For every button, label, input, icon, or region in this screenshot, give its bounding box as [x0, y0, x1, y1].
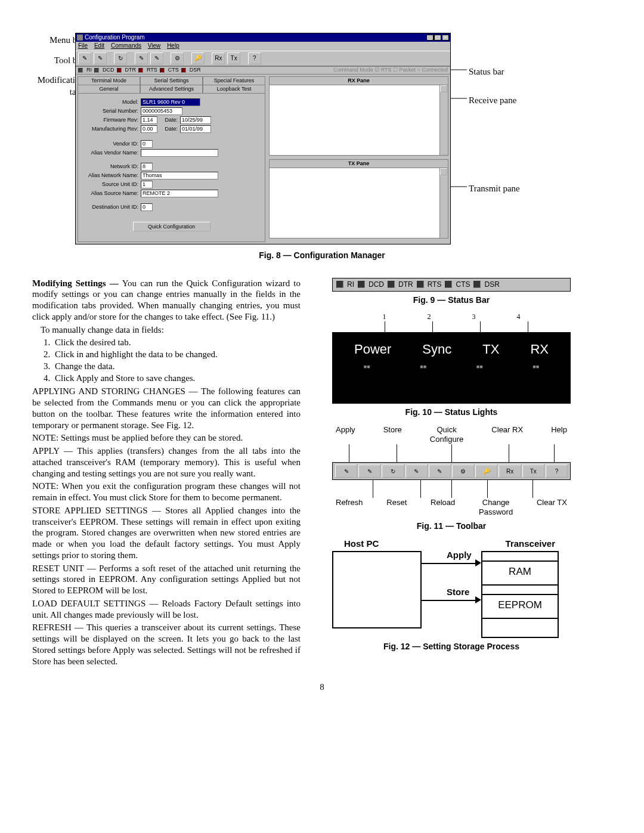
- tb11-help-icon[interactable]: ?: [546, 465, 568, 478]
- led-dtr-icon: [117, 68, 122, 73]
- fig10-tx: TX: [482, 341, 499, 358]
- fig10-led-3-icon: ■■: [476, 364, 483, 370]
- tb11-store-icon[interactable]: ✎: [358, 465, 380, 478]
- tb-store-icon[interactable]: ✎: [94, 52, 107, 64]
- label-receive-pane: Receive pane: [469, 95, 516, 106]
- tb-cleartx-icon[interactable]: Tx: [227, 52, 240, 64]
- tb-reload-icon[interactable]: ✎: [150, 52, 163, 64]
- fig8-caption: Fig. 8 — Configuration Manager: [32, 250, 612, 261]
- fig11-bot-changepw: Change Password: [479, 498, 513, 518]
- avn-field[interactable]: [141, 149, 218, 157]
- fig10-power: Power: [354, 341, 391, 358]
- paragraph-note2: NOTE: When you exit the configuration pr…: [32, 481, 301, 503]
- fig12-trans-label: Transceiver: [506, 538, 555, 550]
- vendor-field[interactable]: 0: [141, 140, 153, 148]
- tb-refresh-icon[interactable]: ↻: [114, 52, 127, 64]
- tb11-reset-icon[interactable]: ✎: [405, 465, 428, 478]
- paragraph-store: STORE APPLIED SETTINGS — Stores all Appl…: [32, 505, 301, 561]
- tb-apply-icon[interactable]: ✎: [78, 52, 91, 64]
- mfg-field[interactable]: 0.00: [141, 125, 157, 133]
- fig12-apply-label: Apply: [445, 550, 473, 561]
- menu-view[interactable]: View: [148, 42, 161, 49]
- tab-loopback-test[interactable]: Loopback Test: [203, 85, 265, 93]
- tb11-quickcfg-icon[interactable]: ⚙: [452, 465, 474, 478]
- menu-help[interactable]: Help: [167, 42, 179, 49]
- tab-general[interactable]: General: [78, 85, 140, 93]
- minimize-button[interactable]: _: [426, 35, 434, 41]
- menu-commands[interactable]: Commands: [111, 42, 141, 49]
- fig10-rx: RX: [530, 341, 549, 358]
- menu-edit[interactable]: Edit: [94, 42, 104, 49]
- tab-terminal-mode[interactable]: Terminal Mode: [78, 76, 140, 85]
- fig11-toolbar-image: ✎ ✎ ↻ ✎ ✎ ⚙ 🔑 Rx Tx ?: [332, 462, 571, 480]
- du-label: Destination Unit ID:: [82, 204, 138, 210]
- fig9-statusbar: RI DCD DTR RTS CTS DSR: [332, 278, 571, 292]
- tx-pane[interactable]: TX Pane: [269, 159, 448, 239]
- rx-scrollbar[interactable]: [439, 85, 448, 155]
- label-status-bar: Status bar: [469, 66, 504, 78]
- client-area: Terminal Mode Serial Settings Special Fe…: [76, 75, 450, 244]
- step-4: Click Apply and Store to save changes.: [52, 373, 301, 384]
- led-ri-icon: [78, 68, 83, 73]
- tb-quickcfg-icon[interactable]: ⚙: [171, 52, 184, 64]
- vendor-label: Vendor ID:: [82, 141, 138, 147]
- serial-field[interactable]: 0000005453: [141, 107, 182, 115]
- tab-advanced-settings[interactable]: Advanced Settings: [140, 85, 203, 93]
- tab-serial-settings[interactable]: Serial Settings: [140, 76, 203, 85]
- fig9-block: RI DCD DTR RTS CTS DSR Fig. 9 — Status B…: [317, 278, 586, 306]
- fig9-cts-icon: [445, 281, 452, 288]
- fig11-top-help: Help: [551, 425, 567, 445]
- fig9-dcd-icon: [358, 281, 365, 288]
- step-2: Click in and highlight the data to be ch…: [52, 349, 301, 360]
- su-field[interactable]: 1: [141, 181, 153, 188]
- tb11-password-icon[interactable]: 🔑: [475, 465, 497, 478]
- fig8-container: Menu bar Tool bar Modification tabs Stat…: [75, 33, 612, 244]
- mfg-label: Manufacturing Rev:: [82, 126, 138, 132]
- status-dtr: DTR: [125, 67, 137, 73]
- tb11-reload-icon[interactable]: ✎: [429, 465, 451, 478]
- tb-clearrx-icon[interactable]: Rx: [212, 52, 225, 64]
- tab-special-features[interactable]: Special Features: [203, 76, 265, 85]
- menu-file[interactable]: File: [78, 42, 88, 49]
- du-field[interactable]: 0: [141, 203, 153, 211]
- menubar[interactable]: File Edit Commands View Help: [76, 42, 450, 51]
- fw-field[interactable]: 1.14: [141, 116, 157, 124]
- avn-label: Alias Vendor Name:: [82, 150, 138, 156]
- fig9-dtr-icon: [388, 281, 395, 288]
- fig9-rts-icon: [417, 281, 424, 288]
- fig9-dcd: DCD: [369, 280, 384, 289]
- fw-date-label: Date:: [160, 117, 178, 123]
- close-button[interactable]: ×: [442, 35, 449, 41]
- led-dsr-icon: [181, 68, 186, 73]
- tb11-refresh-icon[interactable]: ↻: [382, 465, 404, 478]
- fig12-block: Host PC Transceiver Apply Store: [317, 538, 586, 652]
- tb11-clearrx-icon[interactable]: Rx: [499, 465, 521, 478]
- quick-config-button[interactable]: Quick Configuration: [133, 222, 210, 231]
- fig10-led-2-icon: ■■: [420, 364, 426, 370]
- toolbar: ✎ ✎ ↻ ✎ ✎ ⚙ 🔑 Rx Tx ?: [76, 51, 450, 66]
- mfg-date-field[interactable]: 01/01/99: [180, 125, 211, 133]
- tb-help-icon[interactable]: ?: [248, 52, 261, 64]
- fig11-top-apply: Apply: [336, 425, 355, 445]
- fw-date-field[interactable]: 10/25/99: [180, 116, 211, 124]
- tb11-cleartx-icon[interactable]: Tx: [522, 465, 544, 478]
- paragraph-note1: NOTE: Settings must be applied before th…: [32, 432, 301, 444]
- net-field[interactable]: 8: [141, 163, 153, 171]
- tb11-apply-icon[interactable]: ✎: [335, 465, 357, 478]
- paragraph-reset: RESET UNIT — Performs a soft reset of th…: [32, 563, 301, 596]
- tb-reset-icon[interactable]: ✎: [135, 52, 148, 64]
- rx-pane: RX Pane: [269, 76, 448, 156]
- right-panes: RX Pane TX Pane: [267, 75, 450, 244]
- fig9-rts: RTS: [428, 280, 442, 289]
- asn-field[interactable]: REMOTE 2: [141, 190, 218, 197]
- fig10-num-2: 2: [428, 312, 431, 321]
- fig10-led-4-icon: ■■: [532, 364, 539, 370]
- tb-password-icon[interactable]: 🔑: [191, 52, 205, 64]
- page-number: 8: [32, 682, 612, 693]
- maximize-button[interactable]: □: [434, 35, 441, 41]
- tx-scrollbar[interactable]: [439, 168, 448, 238]
- model-field[interactable]: SLR1 9600 Rev 0: [141, 98, 200, 106]
- ann-field[interactable]: Thomas: [141, 172, 218, 179]
- heading-modifying-settings: Modifying Settings —: [32, 278, 122, 288]
- su-label: Source Unit ID:: [82, 181, 138, 188]
